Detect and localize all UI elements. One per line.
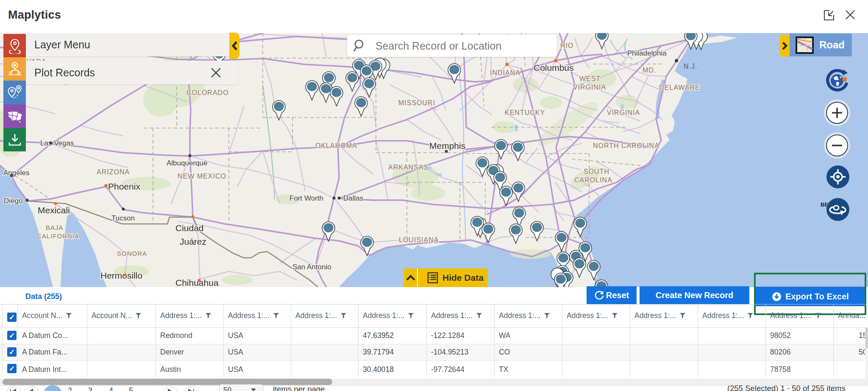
svg-text:Angeles: Angeles [3, 169, 29, 177]
svg-text:CALIFORNIA: CALIFORNIA [37, 232, 79, 240]
svg-text:SONORA: SONORA [117, 250, 147, 257]
svg-text:OKLAHOMA: OKLAHOMA [315, 142, 357, 149]
svg-text:HIO: HIO [560, 42, 573, 49]
svg-text:San Antonio: San Antonio [292, 263, 331, 271]
svg-text:Las Vegas: Las Vegas [40, 139, 74, 147]
svg-text:VIRGINIA: VIRGINIA [573, 84, 606, 91]
svg-text:NEW MEXICO: NEW MEXICO [178, 173, 226, 180]
svg-text:NORTH CAROLINA: NORTH CAROLINA [593, 142, 659, 149]
svg-text:LOUISIANA: LOUISIANA [399, 236, 439, 243]
svg-text:Hermosillo: Hermosillo [100, 271, 142, 280]
svg-text:MISSOURI: MISSOURI [398, 99, 435, 106]
svg-text:Philadelphia: Philadelphia [627, 49, 667, 57]
svg-text:CAROLINA: CAROLINA [574, 176, 612, 184]
svg-text:DELAWARE: DELAWARE [659, 84, 700, 91]
svg-text:Columbus: Columbus [534, 63, 574, 73]
svg-text:Juárez: Juárez [180, 237, 206, 246]
svg-text:Albuquerque: Albuquerque [167, 159, 207, 167]
svg-text:Chihuahua: Chihuahua [175, 278, 219, 287]
svg-text:Dallas: Dallas [343, 194, 363, 202]
svg-text:INDIANA: INDIANA [490, 69, 520, 76]
svg-text:Phoenix: Phoenix [108, 182, 140, 191]
svg-text:Diego: Diego [4, 197, 22, 205]
svg-text:N.J.: N.J. [684, 63, 697, 70]
svg-text:Fort Worth: Fort Worth [289, 194, 323, 202]
svg-text:Memphis: Memphis [429, 141, 465, 151]
svg-text:Tucson: Tucson [111, 214, 135, 222]
svg-text:COLORADO: COLORADO [186, 89, 229, 96]
svg-text:SOUTH: SOUTH [584, 168, 609, 175]
svg-text:ARKANSAS: ARKANSAS [388, 164, 428, 171]
svg-text:BAJA: BAJA [46, 224, 64, 231]
svg-text:MD.: MD. [643, 67, 656, 74]
svg-text:KENTUCKY: KENTUCKY [505, 109, 545, 116]
svg-text:Mexicali: Mexicali [38, 205, 70, 215]
svg-text:Ciudad: Ciudad [175, 223, 204, 233]
svg-text:ARIZONA: ARIZONA [97, 168, 130, 176]
svg-text:WEST: WEST [579, 75, 601, 82]
svg-text:VIRGINIA: VIRGINIA [607, 109, 640, 116]
